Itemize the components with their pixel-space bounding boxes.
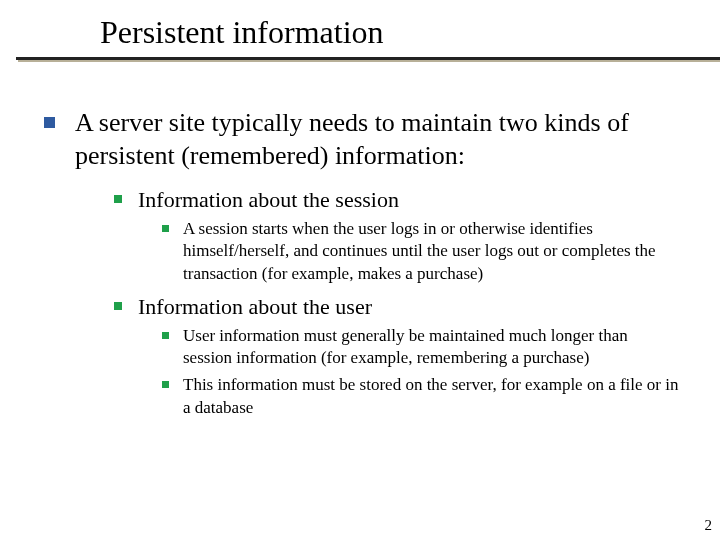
slide-title: Persistent information <box>100 14 720 51</box>
square-bullet-icon <box>114 195 122 203</box>
level2-text: Information about the user <box>138 293 372 321</box>
level1-text: A server site typically needs to maintai… <box>75 107 680 172</box>
square-bullet-icon <box>114 302 122 310</box>
title-area: Persistent information <box>0 0 720 51</box>
bullet-level3: User information must generally be maint… <box>162 325 680 370</box>
title-underline <box>0 57 720 61</box>
level2-group: Information about the session A session … <box>44 186 680 419</box>
bullet-level2: Information about the session <box>114 186 680 214</box>
bullet-level3: A session starts when the user logs in o… <box>162 218 680 286</box>
slide-content: A server site typically needs to maintai… <box>0 61 720 419</box>
level3-text: This information must be stored on the s… <box>183 374 680 419</box>
level3-group: A session starts when the user logs in o… <box>114 218 680 286</box>
square-bullet-icon <box>162 381 169 388</box>
square-bullet-icon <box>162 332 169 339</box>
level3-text: User information must generally be maint… <box>183 325 680 370</box>
level3-group: User information must generally be maint… <box>114 325 680 419</box>
bullet-level3: This information must be stored on the s… <box>162 374 680 419</box>
square-bullet-icon <box>44 117 55 128</box>
bullet-level1: A server site typically needs to maintai… <box>44 107 680 172</box>
level2-text: Information about the session <box>138 186 399 214</box>
level3-text: A session starts when the user logs in o… <box>183 218 680 286</box>
square-bullet-icon <box>162 225 169 232</box>
page-number: 2 <box>705 517 713 534</box>
bullet-level2: Information about the user <box>114 293 680 321</box>
